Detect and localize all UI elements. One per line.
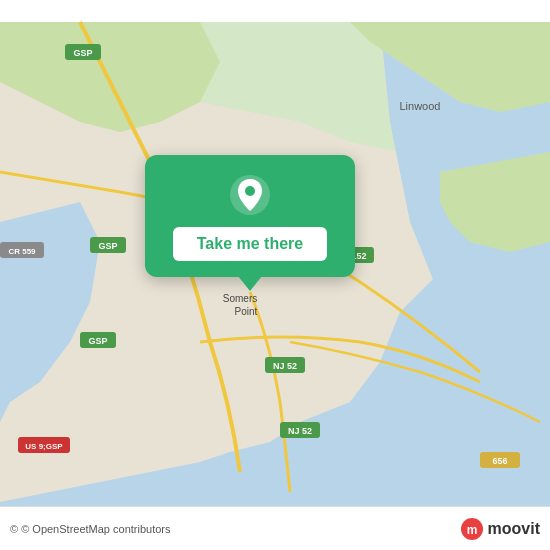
- svg-text:656: 656: [492, 456, 507, 466]
- svg-text:NJ 52: NJ 52: [288, 426, 312, 436]
- moovit-logo: m moovit: [460, 517, 540, 541]
- copyright-symbol: ©: [10, 523, 21, 535]
- svg-text:Somers: Somers: [223, 293, 257, 304]
- svg-text:m: m: [466, 523, 477, 537]
- bottom-bar: © © OpenStreetMap contributors m moovit: [0, 506, 550, 550]
- take-me-there-button[interactable]: Take me there: [173, 227, 327, 261]
- svg-point-31: [245, 186, 255, 196]
- moovit-brand-text: moovit: [488, 520, 540, 538]
- map-container: GSP GSP GSP NJ 152 NJ 52 NJ 52 656 US 9;…: [0, 0, 550, 550]
- map-attribution: © © OpenStreetMap contributors: [10, 523, 460, 535]
- svg-text:Linwood: Linwood: [400, 100, 441, 112]
- svg-text:GSP: GSP: [98, 241, 117, 251]
- svg-text:GSP: GSP: [73, 48, 92, 58]
- attribution-text: © OpenStreetMap contributors: [21, 523, 170, 535]
- svg-text:GSP: GSP: [88, 336, 107, 346]
- popup-card: Take me there: [145, 155, 355, 277]
- moovit-brand-icon: m: [460, 517, 484, 541]
- svg-text:NJ 52: NJ 52: [273, 361, 297, 371]
- location-pin-icon: [228, 173, 272, 217]
- svg-text:Point: Point: [235, 306, 258, 317]
- svg-text:US 9;GSP: US 9;GSP: [25, 442, 63, 451]
- svg-text:CR 559: CR 559: [8, 247, 36, 256]
